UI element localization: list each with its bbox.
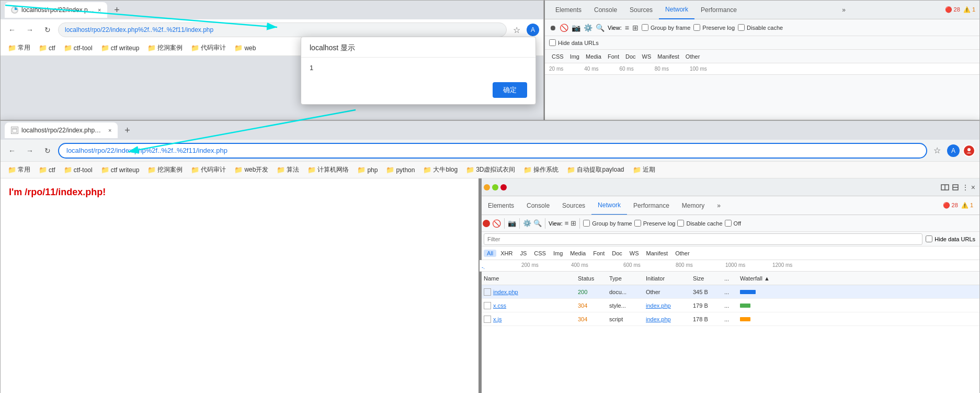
group-by-frame-checkbox-bg[interactable] [642,24,648,31]
search-icon-bg[interactable]: 🔍 [596,24,605,32]
type-filter-css[interactable]: CSS [531,250,549,257]
filter-icon-bg[interactable]: ⚙️ [584,24,592,32]
stop-btn-main[interactable]: 🚫 [492,219,501,228]
main-active-tab[interactable]: localhost/rpo/22/index.php%2... × [5,122,118,138]
list-view-btn-main[interactable]: ≡ [565,219,569,227]
bm-算法[interactable]: 📁算法 [274,164,302,175]
table-row-indexphp[interactable]: index.php 200 docu... Other 345 B ... [480,285,979,299]
list-view-icon-bg[interactable]: ≡ [625,24,629,32]
type-filter-all[interactable]: All [484,250,496,257]
forward-btn-bg[interactable]: → [22,23,37,37]
type-other-bg[interactable]: Other [683,53,703,60]
dock-icon[interactable] [941,183,949,192]
filter-btn-main[interactable]: ⚙️ [523,219,531,227]
devtools-resize-handle[interactable] [480,178,482,393]
tab-performance-bg[interactable]: Performance [694,1,743,19]
tab-network-bg[interactable]: Network [659,1,694,19]
tab-more-bg[interactable]: » [842,6,846,14]
tab-elements-bg[interactable]: Elements [549,1,588,19]
main-back-btn[interactable]: ← [5,143,19,158]
bm-代码审计[interactable]: 📁代码审计 [188,164,229,175]
hide-data-urls-cb-main[interactable] [926,235,932,242]
new-tab-bg[interactable]: + [109,3,124,17]
record-icon-bg[interactable]: ⏺ [549,24,556,32]
main-address-bar[interactable]: localhost/rpo/22/index.php%2f..%2f..%2f1… [58,143,927,159]
bookmark-ctf-bg[interactable]: 📁ctf [36,43,59,53]
tab-memory-main[interactable]: Memory [676,196,711,215]
tab-sources-bg[interactable]: Sources [623,1,659,19]
type-filter-media[interactable]: Media [567,250,589,257]
type-filter-xhr[interactable]: XHR [497,250,516,257]
alert-confirm-button[interactable]: 确定 [493,82,527,98]
col-size-header[interactable]: Size [689,275,720,282]
bm-大牛blog[interactable]: 📁大牛blog [420,164,461,175]
type-media-bg[interactable]: Media [583,53,604,60]
col-name-header[interactable]: Name [480,275,574,282]
tab-performance-main[interactable]: Performance [627,196,676,215]
off-cb-main[interactable] [725,220,732,227]
tree-view-icon-bg[interactable]: ⊞ [632,24,639,32]
devtools-close-icon[interactable]: × [971,183,975,192]
type-filter-font[interactable]: Font [590,250,608,257]
tab-close-bg[interactable]: × [98,7,101,13]
tab-console-main[interactable]: Console [520,196,556,215]
bm-web开发[interactable]: 📁web开发 [231,164,271,175]
main-bookmark-icon[interactable]: ☆ [933,145,941,155]
address-bar-bg[interactable]: localhost/rpo/22/index.php%2f..%2f..%2f1… [58,23,507,37]
col-initiator-header[interactable]: Initiator [642,275,689,282]
minimize-btn[interactable] [484,184,490,190]
main-reload-btn[interactable]: ↻ [40,143,55,158]
preserve-log-checkbox-bg[interactable] [693,24,700,31]
bookmark-ctftool-bg[interactable]: 📁ctf-tool [61,43,96,53]
disable-cache-cb-main[interactable] [677,220,684,227]
bm-payload[interactable]: 📁自动提取payload [564,164,627,175]
cell-dots-indexphp[interactable]: ... [720,289,736,295]
preserve-log-cb-main[interactable] [634,220,641,227]
bookmark-挖洞案例-bg[interactable]: 📁挖洞案例 [144,42,186,53]
col-waterfall-header[interactable]: Waterfall ▲ [736,275,979,282]
main-tab-close[interactable]: × [108,127,111,133]
type-filter-other[interactable]: Other [672,250,693,257]
col-dots-header[interactable]: ... [720,275,736,282]
bookmark-代码审计-bg[interactable]: 📁代码审计 [188,42,229,53]
col-status-header[interactable]: Status [574,275,605,282]
bm-ctftool[interactable]: 📁ctf-tool [61,165,96,175]
bm-python[interactable]: 📁python [383,165,418,175]
type-font-bg[interactable]: Font [605,53,622,60]
camera-icon-bg[interactable]: 📷 [572,24,580,32]
table-row-xcss[interactable]: x.css 304 style... index.php 179 B ... [480,299,979,312]
bm-常用[interactable]: 📁常用 [5,164,33,175]
camera-btn-main[interactable]: 📷 [508,219,516,227]
type-img-bg[interactable]: Img [567,53,582,60]
reload-btn-bg[interactable]: ↻ [40,23,55,37]
bm-3d[interactable]: 📁3D虚拟试衣间 [463,164,518,175]
type-filter-js[interactable]: JS [517,250,530,257]
hide-data-urls-checkbox-bg[interactable] [549,39,556,46]
tab-more-main[interactable]: » [711,196,727,215]
search-btn-main[interactable]: 🔍 [533,219,542,227]
disable-cache-checkbox-bg[interactable] [738,24,745,31]
bookmark-ctfwriteup-bg[interactable]: 📁ctf writeup [98,43,143,53]
back-btn-bg[interactable]: ← [5,23,19,37]
filter-input-main[interactable] [484,233,922,245]
undock-icon[interactable] [951,183,960,192]
bm-近期[interactable]: 📁近期 [630,164,658,175]
type-doc-bg[interactable]: Doc [623,53,639,60]
bm-ctf[interactable]: 📁ctf [36,165,59,175]
tab-console-bg[interactable]: Console [588,1,623,19]
group-by-frame-cb-main[interactable] [583,220,590,227]
main-forward-btn[interactable]: → [22,143,37,158]
close-devtools-btn[interactable] [500,184,507,190]
type-filter-img[interactable]: Img [550,250,566,257]
maximize-btn[interactable] [492,184,498,190]
type-manifest-bg[interactable]: Manifest [655,53,682,60]
table-row-xjs[interactable]: x.js 304 script index.php 178 B ... [480,312,979,326]
type-filter-doc[interactable]: Doc [609,250,625,257]
col-type-header[interactable]: Type [605,275,642,282]
tab-sources-main[interactable]: Sources [556,196,591,215]
type-filter-manifest[interactable]: Manifest [643,250,671,257]
bookmark-常用-bg[interactable]: 📁常用 [5,42,33,53]
main-new-tab[interactable]: + [120,123,134,138]
tree-view-btn-main[interactable]: ⊞ [571,219,576,227]
bm-挖洞案例[interactable]: 📁挖洞案例 [144,164,186,175]
